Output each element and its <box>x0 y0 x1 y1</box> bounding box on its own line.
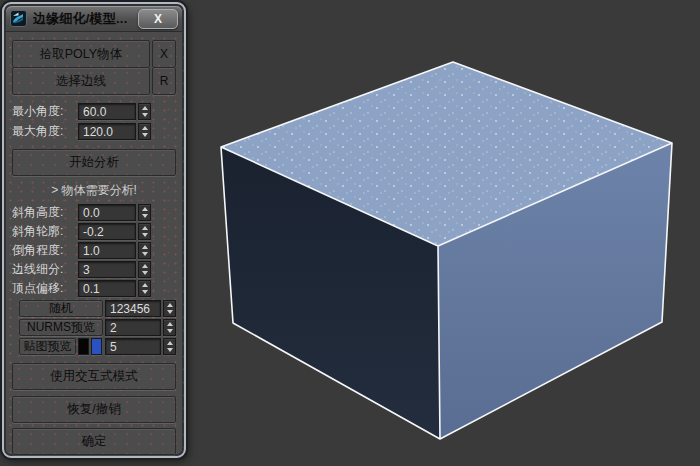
edge-segments-label: 边线细分: <box>12 261 78 278</box>
analyze-button[interactable]: 开始分析 <box>12 149 176 176</box>
select-edges-button[interactable]: 选择边线 <box>12 67 150 95</box>
map-channel-spinner[interactable] <box>163 338 176 355</box>
nurms-iterations-field[interactable]: 2 <box>105 319 161 336</box>
vertex-offset-label: 顶点偏移: <box>12 280 78 297</box>
max-angle-row: 最大角度: 120.0 <box>12 123 176 140</box>
ok-button[interactable]: 确定 <box>12 428 176 455</box>
dialog-content: 拾取POLY物体 X 选择边线 R 最小角度: 60.0 最大角度: 120.0 <box>4 32 184 458</box>
spinner-up-icon[interactable] <box>142 283 148 287</box>
spinner-up-icon[interactable] <box>142 126 148 130</box>
vertex-offset-row: 顶点偏移: 0.1 <box>12 280 176 297</box>
spinner-down-icon[interactable] <box>142 233 148 237</box>
random-seed-row: 随机 123456 <box>12 300 176 317</box>
map-preview-button[interactable]: 贴图预览 <box>19 338 76 355</box>
spinner-down-icon[interactable] <box>167 329 173 333</box>
vertex-offset-spinner[interactable] <box>138 280 151 297</box>
color-swatch-blue[interactable] <box>91 338 102 355</box>
dialog-title: 边缘细化/模型... <box>33 10 127 28</box>
min-angle-label: 最小角度: <box>12 103 78 120</box>
chamfer-amount-field[interactable]: 1.0 <box>78 242 136 259</box>
select-edges-key-button[interactable]: R <box>152 67 176 95</box>
bevel-outline-label: 斜角轮廓: <box>12 223 78 240</box>
dialog-titlebar[interactable]: 边缘细化/模型... X <box>6 6 182 32</box>
status-message: > 物体需要分析! <box>12 182 176 198</box>
chamfer-amount-spinner[interactable] <box>138 242 151 259</box>
max-angle-label: 最大角度: <box>12 123 78 140</box>
spinner-up-icon[interactable] <box>142 106 148 110</box>
interactive-mode-button[interactable]: 使用交互式模式 <box>12 363 176 390</box>
max-angle-spinner[interactable] <box>138 123 151 140</box>
spinner-down-icon[interactable] <box>142 290 148 294</box>
spinner-down-icon[interactable] <box>167 310 173 314</box>
vertex-offset-field[interactable]: 0.1 <box>78 280 136 297</box>
chamfer-amount-row: 倒角程度: 1.0 <box>12 242 176 259</box>
edge-segments-field[interactable]: 3 <box>78 261 136 278</box>
spinner-up-icon[interactable] <box>167 303 173 307</box>
map-preview-row: 贴图预览 5 <box>12 338 176 355</box>
bevel-height-field[interactable]: 0.0 <box>78 204 136 221</box>
params-section: 斜角高度: 0.0 斜角轮廓: -0.2 倒角程度: 1.0 <box>12 204 176 297</box>
seed-section: 随机 123456 NURMS预览 2 <box>12 300 176 355</box>
bevel-height-label: 斜角高度: <box>12 204 78 221</box>
spinner-down-icon[interactable] <box>142 133 148 137</box>
bevel-outline-spinner[interactable] <box>138 223 151 240</box>
pick-poly-key-button[interactable]: X <box>152 40 176 68</box>
map-channel-field[interactable]: 5 <box>105 338 161 355</box>
pick-poly-button[interactable]: 拾取POLY物体 <box>12 40 150 68</box>
spinner-up-icon[interactable] <box>142 226 148 230</box>
min-angle-row: 最小角度: 60.0 <box>12 103 176 120</box>
spinner-down-icon[interactable] <box>142 271 148 275</box>
bevel-outline-field[interactable]: -0.2 <box>78 223 136 240</box>
edge-segments-row: 边线细分: 3 <box>12 261 176 278</box>
nurms-iterations-spinner[interactable] <box>163 319 176 336</box>
spinner-down-icon[interactable] <box>142 113 148 117</box>
spinner-up-icon[interactable] <box>167 341 173 345</box>
spinner-down-icon[interactable] <box>142 214 148 218</box>
spinner-up-icon[interactable] <box>167 322 173 326</box>
edge-refine-dialog: 边缘细化/模型... X 拾取POLY物体 X 选择边线 R 最小角度: 60.… <box>2 2 186 458</box>
3dsmax-logo-icon <box>10 10 27 27</box>
spinner-up-icon[interactable] <box>142 264 148 268</box>
min-angle-spinner[interactable] <box>138 103 151 120</box>
random-seed-spinner[interactable] <box>163 300 176 317</box>
spinner-up-icon[interactable] <box>142 245 148 249</box>
color-swatch-black[interactable] <box>78 338 89 355</box>
max-angle-field[interactable]: 120.0 <box>78 123 136 140</box>
min-angle-field[interactable]: 60.0 <box>78 103 136 120</box>
edge-segments-spinner[interactable] <box>138 261 151 278</box>
chamfer-amount-label: 倒角程度: <box>12 242 78 259</box>
spinner-down-icon[interactable] <box>167 348 173 352</box>
bevel-outline-row: 斜角轮廓: -0.2 <box>12 223 176 240</box>
spinner-down-icon[interactable] <box>142 252 148 256</box>
angle-section: 最小角度: 60.0 最大角度: 120.0 <box>12 103 176 140</box>
random-seed-field[interactable]: 123456 <box>105 300 161 317</box>
close-button[interactable]: X <box>138 9 178 29</box>
bevel-height-spinner[interactable] <box>138 204 151 221</box>
random-button[interactable]: 随机 <box>19 300 103 317</box>
nurms-preview-row: NURMS预览 2 <box>12 319 176 336</box>
restore-undo-button[interactable]: 恢复/撤销 <box>12 396 176 423</box>
bevel-height-row: 斜角高度: 0.0 <box>12 204 176 221</box>
nurms-preview-button[interactable]: NURMS预览 <box>19 319 103 336</box>
spinner-up-icon[interactable] <box>142 207 148 211</box>
